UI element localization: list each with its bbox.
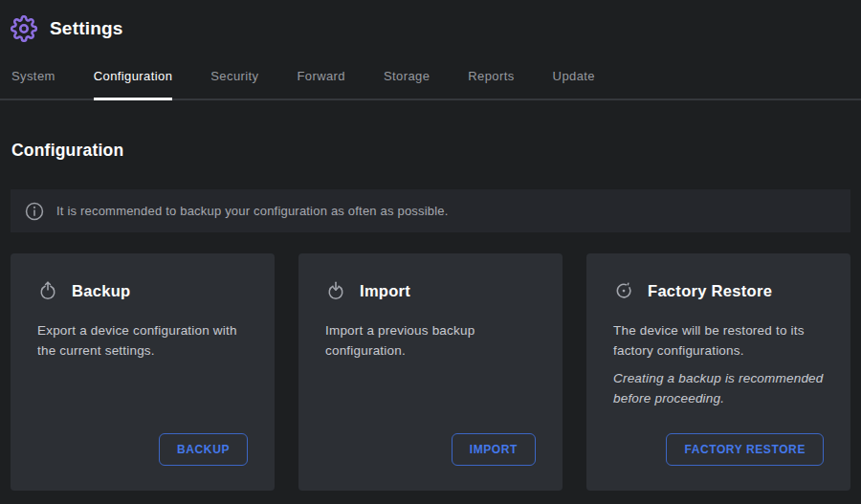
- backup-card-header: Backup: [37, 280, 248, 301]
- import-card-header: Import: [325, 280, 536, 301]
- configuration-cards: Backup Export a device configuration wit…: [11, 253, 850, 491]
- backup-card: Backup Export a device configuration wit…: [11, 253, 275, 491]
- settings-gear-icon: [10, 14, 38, 43]
- info-circle-icon: [24, 201, 45, 222]
- tab-security[interactable]: Security: [210, 69, 258, 99]
- tab-update[interactable]: Update: [553, 69, 595, 99]
- import-card: Import Import a previous backup configur…: [298, 253, 563, 491]
- factory-restore-card-header: Factory Restore: [613, 280, 824, 301]
- app-title: Settings: [50, 18, 123, 39]
- import-card-title: Import: [360, 282, 410, 300]
- factory-restore-card-note: Creating a backup is recommended before …: [613, 368, 824, 408]
- factory-restore-card-title: Factory Restore: [648, 282, 772, 300]
- tab-reports[interactable]: Reports: [468, 69, 514, 99]
- tab-configuration[interactable]: Configuration: [94, 69, 173, 99]
- settings-tabbar: System Configuration Security Forward St…: [0, 69, 861, 100]
- banner-text: It is recommended to backup your configu…: [56, 204, 449, 218]
- export-arrow-up-icon: [37, 280, 58, 301]
- factory-restore-card: Factory Restore The device will be resto…: [586, 253, 850, 491]
- tab-storage[interactable]: Storage: [384, 69, 430, 99]
- backup-card-title: Backup: [72, 282, 130, 300]
- backup-recommendation-banner: It is recommended to backup your configu…: [11, 189, 850, 232]
- factory-restore-button[interactable]: FACTORY RESTORE: [666, 433, 824, 466]
- import-card-description: Import a previous backup configuration.: [325, 320, 536, 361]
- tab-forward[interactable]: Forward: [297, 69, 344, 99]
- factory-restore-card-description: The device will be restored to its facto…: [613, 320, 824, 361]
- factory-restore-timer-icon: [613, 280, 634, 301]
- backup-button[interactable]: BACKUP: [159, 433, 248, 466]
- import-button[interactable]: IMPORT: [452, 433, 536, 466]
- app-header: Settings: [0, 0, 861, 46]
- page-title: Configuration: [11, 141, 850, 161]
- backup-card-description: Export a device configuration with the c…: [37, 320, 248, 361]
- tab-system[interactable]: System: [11, 69, 55, 99]
- import-arrow-down-icon: [325, 280, 346, 301]
